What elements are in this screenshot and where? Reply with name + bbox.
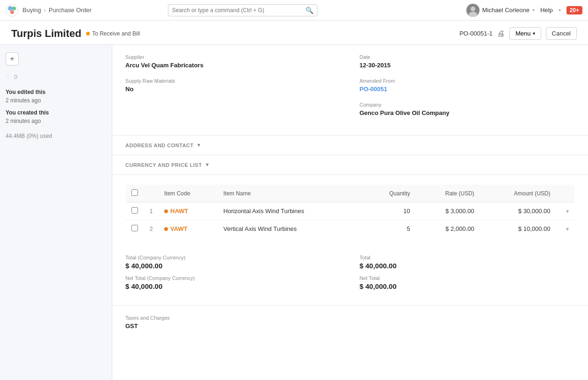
address-chevron-icon: ▾ [197, 142, 201, 148]
th-quantity: Quantity [364, 185, 416, 202]
row-num: 2 [144, 220, 159, 238]
row-amount: $ 10,000.00 [480, 220, 556, 238]
totals-row-1: Total (Company Currency) $ 40,000.00 Tot… [125, 255, 575, 270]
table-row: 2 VAWT Vertical Axis Wind Turbines 5 $ 2… [126, 220, 575, 238]
print-icon[interactable]: 🖨 [497, 29, 505, 38]
total-value: $ 40,000.00 [360, 262, 575, 270]
total-label: Total [360, 255, 575, 260]
po-number: PO-00051-1 [459, 30, 493, 37]
status-text: To Receive and Bill [92, 30, 140, 37]
main-layout: + ♡ 0 You edited this 2 minutes ago You … [0, 45, 588, 380]
total-company-label: Total (Company Currency) [125, 255, 341, 260]
nav-right: Michael Corleone ▾ Help ▾ 20+ [466, 4, 582, 17]
amended-from-value[interactable]: PO-00051 [360, 86, 575, 93]
title-right: PO-00051-1 🖨 Menu ▾ Cancel [459, 27, 577, 40]
row-item-name: Vertical Axis Wind Turbines [218, 220, 365, 238]
totals-section: Total (Company Currency) $ 40,000.00 Tot… [112, 247, 588, 306]
net-total-label: Net Total [360, 275, 575, 281]
empty-col [125, 102, 341, 116]
top-nav: Buying › Purchase Order 🔍 Michael Corleo… [0, 0, 588, 21]
total-company-col: Total (Company Currency) $ 40,000.00 [125, 255, 341, 270]
notifications-badge[interactable]: 20+ [566, 6, 582, 14]
select-all-checkbox[interactable] [131, 189, 138, 196]
row-item-code: VAWT [159, 220, 218, 238]
likes-count: 0 [14, 73, 17, 80]
taxes-label: Taxes and Charges [125, 315, 575, 321]
currency-section-header[interactable]: CURRENCY AND PRICE LIST ▾ [112, 155, 588, 175]
item-dot-icon [164, 209, 168, 213]
page-title: Turpis Limited [11, 28, 81, 40]
address-section-label: ADDRESS AND CONTACT [125, 143, 194, 148]
menu-caret-icon: ▾ [533, 31, 535, 36]
currency-section-label: CURRENCY AND PRICE LIST [125, 162, 202, 168]
date-field: Date 12-30-2015 [360, 54, 575, 69]
user-menu[interactable]: Michael Corleone ▾ [466, 4, 535, 17]
nav-logo [6, 4, 19, 17]
help-caret-icon: ▾ [559, 7, 561, 13]
supplier-label: Supplier [125, 54, 341, 60]
breadcrumb-purchase-order[interactable]: Purchase Order [49, 7, 92, 14]
company-field: Company Genco Pura Olive Oil Company [360, 102, 575, 116]
create-log: You created this 2 minutes ago [6, 108, 106, 125]
cancel-button[interactable]: Cancel [546, 27, 577, 40]
company-value: Genco Pura Olive Oil Company [360, 109, 575, 116]
search-bar[interactable]: 🔍 [168, 4, 318, 16]
total-company-value: $ 40,000.00 [125, 262, 341, 270]
row-num: 1 [144, 202, 159, 220]
heart-icon[interactable]: ♡ [6, 73, 12, 80]
breadcrumb-buying[interactable]: Buying [22, 7, 41, 14]
row-amount: $ 30,000.00 [480, 202, 556, 220]
supply-raw-field: Supply Raw Materials No [125, 78, 341, 93]
currency-chevron-icon: ▾ [206, 162, 209, 168]
form-row-2: Supply Raw Materials No Amended From PO-… [125, 78, 575, 93]
row-quantity: 5 [364, 220, 416, 238]
totals-row-2: Net Total (Company Currency) $ 40,000.00… [125, 275, 575, 290]
user-caret-icon: ▾ [532, 7, 535, 13]
storage-info: 44.4MB (0%) used [6, 133, 106, 139]
svg-point-3 [10, 10, 14, 14]
row-checkbox[interactable] [131, 207, 138, 214]
date-label: Date [360, 54, 575, 60]
row-checkbox[interactable] [131, 225, 138, 231]
net-total-company-value: $ 40,000.00 [125, 282, 341, 290]
username: Michael Corleone [482, 7, 530, 14]
likes-section: ♡ 0 [6, 73, 106, 80]
taxes-value: GST [125, 323, 575, 330]
search-icon: 🔍 [305, 7, 313, 14]
total-col: Total $ 40,000.00 [360, 255, 575, 270]
items-table: Item Code Item Name Quantity Rate (USD) … [125, 184, 575, 238]
supplier-value: Arcu Vel Quam Fabricators [125, 62, 341, 69]
row-dropdown-icon[interactable]: ▾ [566, 208, 569, 215]
add-button[interactable]: + [6, 52, 19, 65]
amended-from-label: Amended From [360, 78, 575, 84]
supply-raw-label: Supply Raw Materials [125, 78, 341, 84]
row-item-name: Horizontal Axis Wind Turbines [218, 202, 365, 220]
row-expand[interactable]: ▾ [556, 202, 575, 220]
menu-button[interactable]: Menu ▾ [509, 27, 541, 40]
company-label: Company [360, 102, 575, 108]
form-section: Supplier Arcu Vel Quam Fabricators Date … [112, 45, 588, 136]
row-dropdown-icon[interactable]: ▾ [566, 226, 569, 232]
supply-raw-value: No [125, 86, 341, 93]
sidebar: + ♡ 0 You edited this 2 minutes ago You … [0, 45, 112, 380]
row-quantity: 10 [364, 202, 416, 220]
table-row: 1 HAWT Horizontal Axis Wind Turbines 10 … [126, 202, 575, 220]
row-expand[interactable]: ▾ [556, 220, 575, 238]
help-link[interactable]: Help [540, 7, 553, 14]
taxes-section: Taxes and Charges GST [112, 306, 588, 339]
row-checkbox-cell [126, 202, 144, 220]
svg-point-5 [471, 7, 475, 11]
item-dot-icon [164, 227, 168, 231]
search-input[interactable] [172, 7, 304, 14]
th-actions [556, 185, 575, 202]
table-header-row: Item Code Item Name Quantity Rate (USD) … [126, 185, 575, 202]
th-amount: Amount (USD) [480, 185, 556, 202]
th-checkbox [126, 185, 144, 202]
address-section-header[interactable]: ADDRESS AND CONTACT ▾ [112, 136, 588, 155]
avatar [466, 4, 479, 17]
th-item-code: Item Code [159, 185, 218, 202]
net-total-company-col: Net Total (Company Currency) $ 40,000.00 [125, 275, 341, 290]
form-row-3: Company Genco Pura Olive Oil Company [125, 102, 575, 116]
table-section: Item Code Item Name Quantity Rate (USD) … [112, 175, 588, 247]
row-checkbox-cell [126, 220, 144, 238]
